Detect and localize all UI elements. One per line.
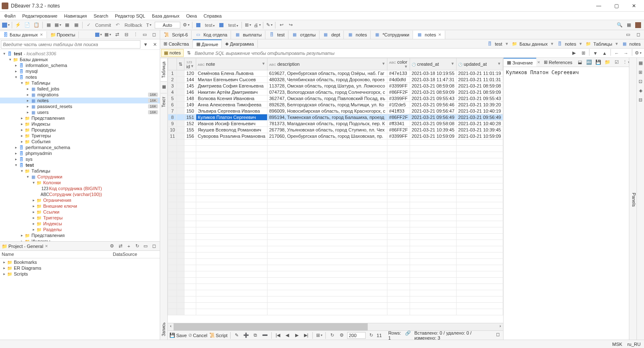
rpanel-icon-2[interactable]: ⊞ [636, 68, 644, 76]
back-icon[interactable]: ← [613, 49, 621, 57]
tree-node[interactable]: ▸📁Индексы [0, 221, 160, 227]
column-header[interactable]: ABC note ▼ [196, 58, 267, 70]
table-row[interactable]: 5148Волкова Ксения Ивановна362747, Омска… [168, 95, 503, 102]
editor-tab[interactable]: ▦выплаты [231, 31, 265, 39]
script-button[interactable]: 📜 Script [209, 333, 228, 338]
column-header[interactable]: ABC description ▼ [267, 58, 387, 70]
close-icon[interactable]: ✕ [438, 33, 441, 37]
refresh-icon[interactable]: ↻ [328, 331, 336, 340]
tree-node[interactable]: ▸📁Процедуры [0, 127, 160, 133]
proj-min-icon[interactable]: ▭ [141, 242, 150, 250]
table-row[interactable]: 7150Эльвира Сергеевна Иванова896009, Нов… [168, 108, 503, 114]
add-row-icon[interactable]: ➕ [242, 331, 250, 340]
tree-node[interactable]: ▸▦migrations16K [0, 92, 160, 98]
tree-node[interactable]: ▸📁Ограничения [0, 197, 160, 203]
tree-node[interactable]: ▸🗄mysql [0, 68, 160, 74]
editor-tab[interactable]: ▦notes [344, 31, 371, 39]
vp-icon-5[interactable]: ☑ [613, 58, 621, 67]
perspective-icon[interactable]: ▦ [625, 21, 633, 29]
tool-icon-9[interactable]: ↩ [277, 21, 286, 29]
cancel-button[interactable]: ⊘ Cancel [188, 333, 207, 338]
data-grid[interactable]: ⇅123 id ▼ABC note ▼ABC description ▼ABC … [168, 58, 503, 315]
tree-node[interactable]: ▸📁Триггеры [0, 133, 160, 139]
vp-icon-1[interactable]: ⬓ [576, 58, 584, 67]
subtab-diagram[interactable]: ◈Диаграмма [222, 40, 257, 48]
tree-node[interactable]: ▸▦notes16K [0, 98, 160, 103]
tree-node[interactable]: ▸📁Ссылки [0, 209, 160, 215]
minimize-button[interactable]: — [594, 3, 604, 9]
table-row[interactable]: 11156Суворова Розалина Романовна217060, … [168, 133, 503, 139]
tool-icon-10[interactable]: ↪ [286, 21, 295, 29]
tool-icon-6[interactable]: ⊞ [244, 21, 252, 29]
tree-node[interactable]: ▸📁Индексы [0, 121, 160, 127]
tree-node[interactable]: ▸📁Внешние ключи [0, 203, 160, 209]
rpanel-icon-5[interactable]: ⊟ [636, 95, 644, 104]
h-scrollbar[interactable] [174, 323, 497, 330]
fetch-opt-icon[interactable]: ⊞ [315, 331, 323, 340]
column-header[interactable]: 123 id ▼ [184, 58, 196, 70]
vtab-text[interactable]: Текст [161, 93, 167, 111]
filter-toggle-icon[interactable]: ⇅ [184, 49, 193, 57]
subtab-props[interactable]: ⊞Свойства [160, 40, 192, 48]
filter-b-icon[interactable]: ▲ [600, 49, 609, 57]
editor-tab[interactable]: 📜 Script-6 [160, 31, 192, 39]
dbeaver-icon[interactable] [634, 21, 642, 29]
fwd-icon[interactable]: → [622, 49, 630, 57]
tree-node[interactable]: ▸📁Представления [0, 115, 160, 121]
menu-file[interactable]: Файл [2, 13, 18, 19]
scroll-right-icon[interactable]: › [497, 323, 503, 330]
menu-sql[interactable]: Редактор SQL [112, 13, 148, 19]
last-icon[interactable]: ▶| [302, 331, 310, 340]
tree-node[interactable]: ▾🗄notes [0, 74, 160, 80]
fetch-size-input[interactable] [347, 332, 366, 339]
tree-node[interactable]: ▸▦password_resets16K [0, 103, 160, 109]
filter-a-icon[interactable]: ▼ [591, 49, 600, 57]
table-row[interactable]: 4146Никитин Артём Дмитриевич074723, Воло… [168, 89, 503, 95]
proj-refresh-icon[interactable]: ↻ [133, 242, 141, 250]
clear-icon[interactable]: ✕ [151, 40, 159, 49]
apply-filter-icon[interactable]: ▶ [570, 49, 578, 57]
tree-node[interactable]: ▸📁Представления [0, 232, 160, 238]
tree-node[interactable]: ▾📁Базы данных [0, 57, 160, 62]
edit-row-icon[interactable]: ✎ [233, 331, 241, 340]
tree-node[interactable]: ▾📁Колонки [0, 180, 160, 186]
dup-row-icon[interactable]: ⧉ [252, 331, 259, 340]
breadcrumb-item[interactable]: 🗄test [485, 41, 504, 47]
sql-editor-dd[interactable]: ▦ [54, 21, 62, 29]
del-row-icon[interactable]: ➖ [261, 331, 269, 340]
tool-icon-3[interactable]: 📋 [32, 21, 41, 29]
column-header[interactable]: 🕐 created_at ▼ [410, 58, 456, 70]
tree-node[interactable]: ▾📁Таблицы [0, 168, 160, 174]
tree-node[interactable]: ▸▦users16K [0, 109, 160, 115]
close-icon[interactable]: ✕ [537, 60, 540, 64]
nav-max-icon[interactable]: ◻ [150, 31, 158, 39]
refs-tab[interactable]: ⊞ References [540, 58, 576, 66]
nav-collapse-icon[interactable]: ⊟ [122, 31, 130, 39]
search-icon[interactable]: 🔍 [615, 21, 624, 29]
breadcrumb-item[interactable]: ▦notes [620, 41, 642, 47]
project-item[interactable]: ▸📁Scripts [0, 271, 160, 277]
table-row[interactable]: 2144Милан Евгеньевич Сысоев480328, Челяб… [168, 77, 503, 83]
menu-help[interactable]: Справка [201, 13, 224, 19]
status-max-icon[interactable]: ◻ [494, 330, 501, 339]
vp-icon-4[interactable]: 📁 [603, 58, 612, 67]
tree-node[interactable]: ▸🗄sys [0, 156, 160, 162]
tree-node[interactable]: ▸▦failed_jobs [0, 86, 160, 92]
tree-node[interactable]: 123Код сотрудника (BIGINT) [0, 186, 160, 191]
proj-gear-icon[interactable]: ⚙ [108, 242, 116, 250]
tree-node[interactable]: ▾🗄test- localhost:3306 [0, 51, 160, 57]
rollback-icon[interactable]: ↶ [114, 21, 122, 29]
vtab-record[interactable]: Запись [161, 319, 167, 340]
menu-search[interactable]: Search [91, 13, 111, 19]
table-row[interactable]: 9152Иванов Иосиф Евгеньевич781373, Магад… [168, 121, 503, 127]
tool-icon-2[interactable]: 📄 [23, 21, 31, 29]
menu-window[interactable]: Окна [184, 13, 200, 19]
tree-node[interactable]: ▸📁Разделы [0, 227, 160, 232]
vtab-table[interactable]: Таблица [161, 58, 167, 81]
scroll-left-icon[interactable]: ‹ [168, 323, 174, 330]
editor-tab[interactable]: ▭Код отдела [192, 31, 231, 39]
tree-node[interactable]: ▸📁События [0, 139, 160, 144]
tree-node[interactable]: ▸🗄phpmyadmin [0, 150, 160, 156]
value-content[interactable]: Куликов Платон Сергеевич [504, 67, 629, 340]
table-row[interactable]: 6149Анна Алексеевна Тимофеева892628, Бел… [168, 102, 503, 108]
